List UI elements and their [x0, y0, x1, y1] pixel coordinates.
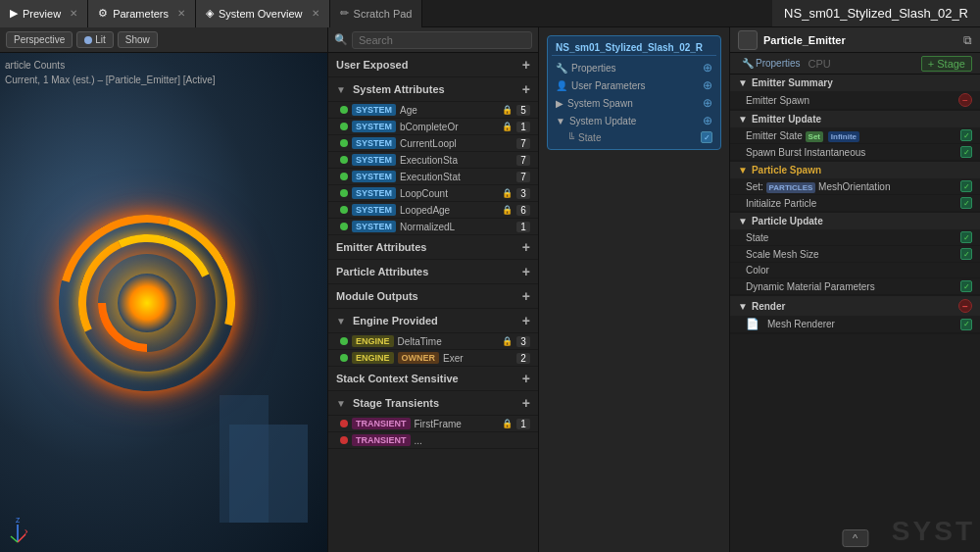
tab-system-overview[interactable]: ◈ System Overview ✕: [196, 0, 330, 27]
param-deltatime[interactable]: ENGINE DeltaTime 🔒 3: [328, 333, 538, 350]
tab-system-close[interactable]: ✕: [312, 8, 319, 19]
dynamic-material-check[interactable]: ✓: [960, 280, 972, 292]
lock-loopcount: 🔒: [502, 188, 513, 198]
node-title: NS_sm01_Stylized_Slash_02_R: [552, 40, 716, 56]
add-emitter-attrs[interactable]: +: [522, 239, 530, 255]
add-stack[interactable]: +: [522, 371, 530, 386]
section-stack-context[interactable]: Stack Context Sensitive +: [328, 367, 538, 391]
scale-mesh-check[interactable]: ✓: [960, 248, 972, 260]
param-loopedage[interactable]: SYSTEM LoopedAge 🔒 6: [328, 202, 538, 219]
section-system-attributes[interactable]: ▼ System Attributes +: [328, 77, 538, 102]
add-engine[interactable]: +: [522, 313, 530, 328]
prop-dynamic-material[interactable]: Dynamic Material Parameters ✓: [730, 278, 980, 295]
param-normalized[interactable]: SYSTEM NormalizedL 1: [328, 219, 538, 235]
emitter-external-link[interactable]: ⧉: [963, 33, 972, 47]
particle-spawn-label: Particle Spawn: [752, 165, 821, 176]
emitter-summary-header[interactable]: ▼ Emitter Summary: [730, 75, 980, 91]
top-tab-bar: ▶ Preview ✕ ⚙ Parameters ✕ ◈ System Over…: [0, 0, 980, 27]
properties-add[interactable]: ⊕: [703, 61, 712, 75]
lit-label: Lit: [95, 34, 106, 45]
param-name-owner: Exer: [443, 353, 513, 364]
node-properties-label: Properties: [571, 63, 616, 74]
param-age[interactable]: SYSTEM Age 🔒 5: [328, 102, 538, 119]
show-label: Show: [125, 34, 150, 45]
emitter-spawn-minus[interactable]: −: [958, 93, 972, 107]
node-system-update[interactable]: ▼ System Update ⊕: [552, 112, 716, 129]
param-owner[interactable]: ENGINE OWNER Exer 2: [328, 350, 538, 367]
render-minus[interactable]: −: [958, 299, 972, 313]
system-attrs-items: SYSTEM Age 🔒 5 SYSTEM bCompleteOr 🔒 1 SY…: [328, 102, 538, 235]
system-update-add[interactable]: ⊕: [703, 114, 712, 127]
tab-scratch-pad[interactable]: ✏ Scratch Pad: [330, 0, 423, 27]
section-user-exposed[interactable]: User Exposed +: [328, 53, 538, 77]
prop-properties-tab[interactable]: 🔧 Properties: [738, 57, 805, 70]
section-engine-provided[interactable]: ▼ Engine Provided +: [328, 309, 538, 333]
init-particle-check[interactable]: ✓: [960, 197, 972, 209]
prop-init-particle[interactable]: Initialize Particle ✓: [730, 195, 980, 212]
emitter-name: Particle_Emitter: [763, 34, 957, 46]
particle-attrs-label: Particle Attributes: [336, 266, 428, 277]
right-panels: NS_sm01_Stylized_Slash_02_R 🔧 Properties…: [539, 27, 980, 552]
show-button[interactable]: Show: [118, 31, 158, 48]
param-firstframe[interactable]: TRANSIENT FirstFrame 🔒 1: [328, 416, 538, 432]
section-module-outputs[interactable]: Module Outputs +: [328, 284, 538, 309]
svg-line-2: [11, 536, 18, 542]
section-stage-transients[interactable]: ▼ Stage Transients +: [328, 391, 538, 416]
main-layout: Perspective Lit Show article C: [0, 27, 980, 552]
val-loopedage: 6: [516, 205, 530, 216]
system-overview-panel: NS_sm01_Stylized_Slash_02_R 🔧 Properties…: [539, 27, 730, 552]
prop-scale-mesh[interactable]: Scale Mesh Size ✓: [730, 246, 980, 263]
param-execstate1[interactable]: SYSTEM ExecutionSta 7: [328, 152, 538, 169]
user-params-add[interactable]: ⊕: [703, 78, 712, 92]
tab-preview[interactable]: ▶ Preview ✕: [0, 0, 88, 27]
render-header[interactable]: ▼ Render −: [730, 296, 980, 316]
tab-system-label: System Overview: [219, 8, 303, 20]
dot-normalized: [340, 223, 348, 230]
param-bcomplete[interactable]: SYSTEM bCompleteOr 🔒 1: [328, 119, 538, 135]
tag-transient2: TRANSIENT: [352, 434, 411, 446]
node-user-params[interactable]: 👤 User Parameters ⊕: [552, 76, 716, 94]
val-exec1: 7: [516, 155, 530, 166]
prop-emitter-spawn[interactable]: Emitter Spawn −: [730, 91, 980, 110]
particle-spawn-header[interactable]: ▼ Particle Spawn: [730, 162, 980, 178]
spawn-burst-check[interactable]: ✓: [960, 146, 972, 158]
node-system-spawn[interactable]: ▶ System Spawn ⊕: [552, 94, 716, 112]
lit-button[interactable]: Lit: [76, 31, 114, 48]
emitter-state-check[interactable]: ✓: [960, 129, 972, 141]
add-user-exposed[interactable]: +: [522, 57, 530, 73]
params-content: User Exposed + ▼ System Attributes + SYS…: [328, 53, 538, 552]
system-spawn-add[interactable]: ⊕: [703, 96, 712, 110]
perspective-button[interactable]: Perspective: [6, 31, 73, 48]
collapse-button[interactable]: ^: [842, 529, 868, 547]
add-system-attrs[interactable]: +: [522, 81, 530, 97]
tab-params-close[interactable]: ✕: [177, 8, 185, 19]
add-module-outputs[interactable]: +: [522, 288, 530, 304]
stage-add-btn[interactable]: + Stage: [921, 56, 972, 72]
prop-particle-state[interactable]: State ✓: [730, 229, 980, 246]
search-input[interactable]: [352, 31, 532, 49]
section-particle-attrs[interactable]: Particle Attributes +: [328, 260, 538, 284]
prop-set-particles[interactable]: Set: PARTICLES MeshOrientation ✓: [730, 178, 980, 195]
param-execstate2[interactable]: SYSTEM ExecutionStat 7: [328, 169, 538, 185]
emitter-update-header[interactable]: ▼ Emitter Update: [730, 111, 980, 127]
param-transient2[interactable]: TRANSIENT ...: [328, 432, 538, 449]
system-state-check[interactable]: ✓: [701, 131, 712, 143]
add-transients[interactable]: +: [522, 395, 530, 411]
prop-mesh-renderer[interactable]: 📄 Mesh Renderer ✓: [730, 316, 980, 333]
prop-spawn-burst[interactable]: Spawn Burst Instantaneous ✓: [730, 144, 980, 161]
param-loopcount[interactable]: SYSTEM LoopCount 🔒 3: [328, 185, 538, 202]
prop-color[interactable]: Color: [730, 263, 980, 278]
tab-parameters[interactable]: ⚙ Parameters ✕: [88, 0, 196, 27]
set-particles-check[interactable]: ✓: [960, 180, 972, 192]
node-system-state[interactable]: ╚ State ✓: [552, 129, 716, 145]
prop-emitter-state[interactable]: Emitter State Set Infinite ✓: [730, 127, 980, 144]
section-emitter-attrs[interactable]: Emitter Attributes +: [328, 235, 538, 260]
particle-update-header[interactable]: ▼ Particle Update: [730, 213, 980, 229]
tab-preview-close[interactable]: ✕: [70, 8, 77, 19]
particle-state-check[interactable]: ✓: [960, 231, 972, 243]
node-properties[interactable]: 🔧 Properties ⊕: [552, 59, 716, 76]
add-particle-attrs[interactable]: +: [522, 264, 530, 279]
param-currentloop[interactable]: SYSTEM CurrentLoopl 7: [328, 135, 538, 152]
tag-system-exec2: SYSTEM: [352, 171, 396, 182]
mesh-renderer-check[interactable]: ✓: [960, 319, 972, 330]
